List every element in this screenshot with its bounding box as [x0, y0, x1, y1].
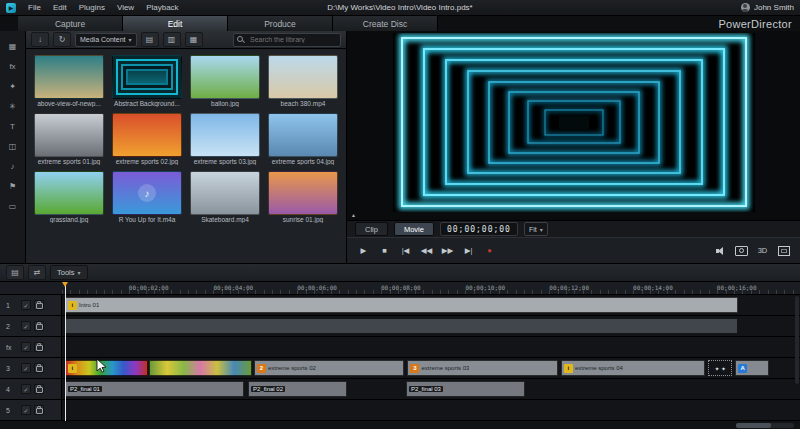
seek-handle[interactable]: ▲ [351, 212, 356, 218]
3d-mode-button[interactable]: 3D [752, 242, 773, 260]
effect-room-button[interactable]: fx [4, 59, 22, 73]
track-enable-toggle[interactable]: ✓ [21, 300, 31, 310]
tab-capture[interactable]: Capture [18, 16, 123, 31]
fit-label: Fit [529, 226, 537, 233]
powerdirector-window: ▶ FileEditPluginsViewPlayback D:\My Work… [0, 0, 800, 429]
thumbnail-view-button[interactable]: ▤ [141, 32, 159, 47]
timeline-horizontal-scrollbar[interactable] [736, 423, 794, 428]
next-frame-button[interactable]: ▶| [458, 242, 479, 260]
menu-file[interactable]: File [22, 3, 47, 12]
media-room-button[interactable]: ▦ [4, 39, 22, 53]
movie-mode-button[interactable]: Movie [394, 222, 434, 236]
timeline-clip[interactable]: ✦ ✦ [708, 360, 732, 376]
timeline-clip[interactable]: iextreme sports 04 [561, 360, 705, 376]
track-enable-toggle[interactable]: ✓ [21, 405, 31, 415]
import-media-button[interactable]: ↓ [31, 32, 49, 47]
track-lock-toggle[interactable] [34, 384, 44, 394]
track-enable-toggle[interactable]: ✓ [21, 384, 31, 394]
subtitle-room-button[interactable]: ▭ [4, 199, 22, 213]
timeline-clip[interactable]: 2extreme sports 02 [254, 360, 405, 376]
track-enable-toggle[interactable]: ✓ [21, 363, 31, 373]
library-item[interactable]: grassland.jpg [34, 171, 106, 223]
zoom-fit-select[interactable]: Fit ▾ [524, 222, 548, 236]
ruler-timestamp: 00;00;08;00 [381, 284, 421, 291]
timeline-clip[interactable]: P2_final 03 [406, 381, 526, 397]
clip-label: Intro 01 [79, 302, 99, 308]
library-item[interactable]: above-view-of-newp... [34, 55, 106, 107]
track-content[interactable]: iIntro 01 [62, 295, 800, 315]
track-enable-toggle[interactable]: ✓ [21, 342, 31, 352]
tab-edit[interactable]: Edit [123, 16, 228, 31]
timeline-clip[interactable]: A [735, 360, 769, 376]
audio-mixing-room-button[interactable]: ♪ [4, 159, 22, 173]
previous-frame-button[interactable]: |◀ [395, 242, 416, 260]
menu-playback[interactable]: Playback [140, 3, 184, 12]
library-item[interactable]: extreme sports 01.jpg [34, 113, 106, 165]
library-item[interactable]: sunrise 01.jpg [268, 171, 340, 223]
tab-create-disc[interactable]: Create Disc [333, 16, 438, 31]
timeline-ruler[interactable]: 00;00;02;0000;00;04;0000;00;06;0000;00;0… [0, 282, 800, 295]
timeline-track: 4✓P2_final 01P2_final 02P2_final 03 [0, 379, 800, 400]
timeline-clip[interactable]: iIntro 01 [65, 297, 738, 313]
particle-room-button[interactable]: ✳ [4, 99, 22, 113]
sync-button[interactable]: ↻ [53, 32, 71, 47]
playhead[interactable] [65, 282, 66, 421]
library-item[interactable]: extreme sports 04.jpg [268, 113, 340, 165]
library-item[interactable]: extreme sports 03.jpg [190, 113, 262, 165]
library-item[interactable]: extreme sports 02.jpg [112, 113, 184, 165]
media-content-select[interactable]: Media Content ▾ [75, 33, 137, 47]
timeline-clip[interactable]: P2_final 02 [248, 381, 347, 397]
snapshot-button[interactable] [731, 242, 752, 260]
library-item[interactable]: Skateboard.mp4 [190, 171, 262, 223]
preview-mode-bar: Clip Movie 00;00;00;00 Fit ▾ [347, 220, 800, 237]
transition-room-button[interactable]: ◫ [4, 139, 22, 153]
clip-mode-button[interactable]: Clip [355, 222, 388, 236]
track-content[interactable] [62, 337, 800, 357]
timeline-clip[interactable] [149, 360, 252, 376]
library-item[interactable]: beach 380.mp4 [268, 55, 340, 107]
pip-objects-room-button[interactable]: ✦ [4, 79, 22, 93]
track-content[interactable] [62, 316, 800, 336]
rewind-button[interactable]: ◀◀ [416, 242, 437, 260]
timeline-clip[interactable] [65, 318, 738, 334]
track-content[interactable]: P2_final 01P2_final 02P2_final 03 [62, 379, 800, 399]
chapter-room-button[interactable]: ⚑ [4, 179, 22, 193]
lock-icon [36, 345, 43, 351]
library-item[interactable]: Abstract Background... [112, 55, 184, 107]
track-content[interactable]: i2extreme sports 023extreme sports 03iex… [62, 358, 800, 378]
track-lock-toggle[interactable] [34, 363, 44, 373]
menu-plugins[interactable]: Plugins [73, 3, 111, 12]
timecode-display[interactable]: 00;00;00;00 [440, 222, 518, 236]
menu-view[interactable]: View [111, 3, 140, 12]
fast-forward-button[interactable]: ▶▶ [437, 242, 458, 260]
volume-button[interactable] [710, 242, 731, 260]
track-lock-toggle[interactable] [34, 321, 44, 331]
record-button[interactable]: ● [479, 242, 500, 260]
lock-icon [36, 387, 43, 393]
track-lock-toggle[interactable] [34, 300, 44, 310]
fullscreen-button[interactable] [773, 242, 794, 260]
range-select-button[interactable]: ⇄ [28, 265, 46, 280]
timeline-clip[interactable]: 3extreme sports 03 [407, 360, 558, 376]
track-manager-button[interactable]: ▤ [6, 265, 24, 280]
library-menu-button[interactable]: ▦ [185, 32, 203, 47]
tab-produce[interactable]: Produce [228, 16, 333, 31]
track-enable-toggle[interactable]: ✓ [21, 321, 31, 331]
play-button[interactable]: ▶ [353, 242, 374, 260]
search-input[interactable] [248, 35, 337, 44]
library-item[interactable]: ♪R You Up for It.m4a [112, 171, 184, 223]
track-lock-toggle[interactable] [34, 342, 44, 352]
track-content[interactable] [62, 400, 800, 420]
track-label: 2 [6, 323, 18, 330]
user-account[interactable]: John Smith [741, 3, 794, 12]
tools-dropdown[interactable]: Tools ▾ [50, 265, 88, 280]
stop-button[interactable]: ■ [374, 242, 395, 260]
library-item[interactable]: ballon.jpg [190, 55, 262, 107]
timeline-vertical-scrollbar[interactable] [795, 296, 799, 384]
menu-edit[interactable]: Edit [47, 3, 73, 12]
track-lock-toggle[interactable] [34, 405, 44, 415]
detail-view-button[interactable]: ▥ [163, 32, 181, 47]
timeline-clip[interactable]: P2_final 01 [65, 381, 244, 397]
ruler-timestamp: 00;00;10;00 [465, 284, 505, 291]
title-room-button[interactable]: T [4, 119, 22, 133]
